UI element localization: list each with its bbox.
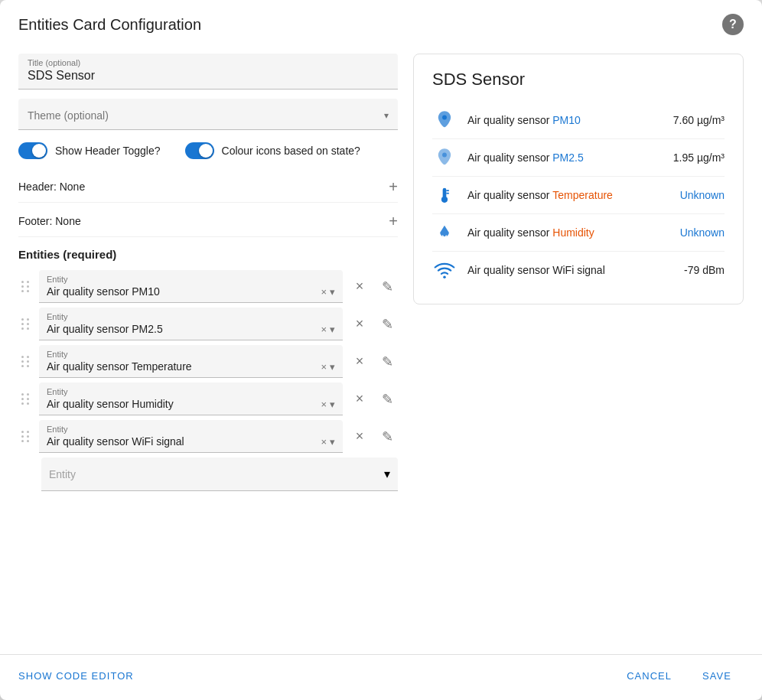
- dialog-title: Entities Card Configuration: [18, 16, 201, 34]
- preview-row-pm10: Air quality sensor PM10 7.60 µg/m³: [432, 102, 725, 139]
- title-input[interactable]: [28, 69, 389, 83]
- entity-clear-icon-1[interactable]: ×: [321, 324, 327, 335]
- preview-label-temp: Air quality sensor Temperature: [467, 189, 653, 201]
- entity-row-3: Entity Air quality sensor Humidity × ▾ ×…: [18, 383, 398, 415]
- svg-point-1: [442, 153, 447, 158]
- entity-chevron-icon-3[interactable]: ▾: [330, 399, 335, 410]
- preview-icon-pm10: [432, 109, 457, 131]
- add-entity-label: Entity: [49, 468, 76, 480]
- header-row: Header: None +: [18, 171, 398, 203]
- entity-clear-icon-0[interactable]: ×: [321, 286, 327, 298]
- preview-value-humidity: Unknown: [663, 226, 725, 239]
- drag-handle-2[interactable]: [18, 353, 33, 370]
- preview-label-wifi: Air quality sensor WiFi signal: [467, 264, 653, 276]
- preview-value-pm10: 7.60 µg/m³: [663, 114, 725, 126]
- entity-remove-btn-3[interactable]: ×: [349, 389, 370, 410]
- preview-icon-wifi: [432, 259, 457, 281]
- header-add-icon[interactable]: +: [389, 179, 398, 194]
- entity-clear-icon-3[interactable]: ×: [321, 399, 327, 410]
- entity-edit-btn-4[interactable]: ✎: [376, 426, 398, 448]
- preview-label-pm10: Air quality sensor PM10: [467, 114, 653, 126]
- left-panel: Title (optional) Theme (optional) ▾ Show…: [18, 54, 401, 648]
- header-label: Header: None: [18, 181, 85, 193]
- entity-row-1: Entity Air quality sensor PM2.5 × ▾ × ✎: [18, 308, 398, 340]
- svg-point-6: [443, 276, 446, 279]
- entity-actions-4: × ✎: [349, 426, 398, 448]
- entity-row-0: Entity Air quality sensor PM10 × ▾ × ✎: [18, 270, 398, 303]
- entity-chevron-icon-1[interactable]: ▾: [330, 324, 335, 335]
- entity-remove-btn-2[interactable]: ×: [349, 351, 370, 373]
- cancel-button[interactable]: CANCEL: [614, 664, 684, 688]
- dialog-body: Title (optional) Theme (optional) ▾ Show…: [0, 44, 762, 648]
- add-entity-row: Entity ▾: [18, 457, 398, 491]
- entity-chevron-icon-0[interactable]: ▾: [330, 286, 335, 298]
- svg-point-0: [442, 116, 447, 120]
- entity-row-2: Entity Air quality sensor Temperature × …: [18, 345, 398, 378]
- entity-field-icons-3: × ▾: [321, 399, 335, 410]
- entities-card-config-dialog: Entities Card Configuration ? Title (opt…: [0, 0, 762, 700]
- preview-label-pm25: Air quality sensor PM2.5: [467, 151, 653, 164]
- entity-field-1: Entity Air quality sensor PM2.5 × ▾: [39, 308, 343, 340]
- dialog-header: Entities Card Configuration ?: [0, 0, 762, 44]
- entity-remove-btn-4[interactable]: ×: [349, 426, 370, 448]
- save-button[interactable]: SAVE: [690, 664, 744, 688]
- preview-value-wifi: -79 dBm: [663, 264, 725, 276]
- entity-actions-0: × ✎: [349, 276, 398, 298]
- entity-field-icons-0: × ▾: [321, 286, 335, 298]
- entity-remove-btn-0[interactable]: ×: [349, 276, 370, 298]
- entity-value-4: Air quality sensor WiFi signal × ▾: [47, 435, 335, 448]
- toggle-header: Show Header Toggle?: [18, 142, 161, 159]
- add-entity-field[interactable]: Entity ▾: [41, 457, 398, 491]
- entity-actions-2: × ✎: [349, 351, 398, 373]
- drag-handle-4[interactable]: [18, 428, 33, 445]
- theme-field[interactable]: Theme (optional) ▾: [18, 99, 398, 130]
- entity-chevron-icon-2[interactable]: ▾: [330, 361, 335, 373]
- entity-actions-3: × ✎: [349, 389, 398, 410]
- preview-card: SDS Sensor Air quality sensor PM10 7.60 …: [413, 54, 744, 304]
- drag-handle-1[interactable]: [18, 315, 33, 333]
- preview-value-temp: Unknown: [663, 189, 725, 201]
- theme-chevron-icon: ▾: [384, 110, 389, 121]
- entity-edit-btn-3[interactable]: ✎: [376, 389, 398, 410]
- footer-add-icon[interactable]: +: [389, 213, 398, 229]
- entity-remove-btn-1[interactable]: ×: [349, 314, 370, 335]
- entity-edit-btn-2[interactable]: ✎: [376, 351, 398, 373]
- entity-edit-btn-1[interactable]: ✎: [376, 314, 398, 335]
- entity-label-2: Entity: [47, 350, 335, 359]
- entity-field-icons-2: × ▾: [321, 361, 335, 373]
- entity-edit-btn-0[interactable]: ✎: [376, 276, 398, 298]
- toggle-header-label: Show Header Toggle?: [55, 145, 161, 157]
- entity-label-0: Entity: [47, 275, 335, 284]
- preview-row-pm25: Air quality sensor PM2.5 1.95 µg/m³: [432, 139, 725, 177]
- entities-heading: Entities (required): [18, 248, 398, 261]
- preview-icon-humidity: [432, 222, 457, 243]
- preview-icon-pm25: [432, 147, 457, 168]
- entity-clear-icon-4[interactable]: ×: [321, 436, 327, 448]
- preview-row-wifi: Air quality sensor WiFi signal -79 dBm: [432, 252, 725, 288]
- entity-field-2: Entity Air quality sensor Temperature × …: [39, 345, 343, 378]
- preview-label-humidity: Air quality sensor Humidity: [467, 226, 653, 239]
- entity-clear-icon-2[interactable]: ×: [321, 361, 327, 373]
- toggle-color-icons-switch[interactable]: [185, 142, 214, 159]
- dialog-footer: SHOW CODE EDITOR CANCEL SAVE: [0, 654, 762, 700]
- drag-handle-3[interactable]: [18, 390, 33, 408]
- entity-actions-1: × ✎: [349, 314, 398, 335]
- entity-field-0: Entity Air quality sensor PM10 × ▾: [39, 270, 343, 303]
- toggle-header-switch[interactable]: [18, 142, 47, 159]
- toggles-row: Show Header Toggle? Colour icons based o…: [18, 139, 398, 162]
- preview-row-temp: Air quality sensor Temperature Unknown: [432, 177, 725, 214]
- entity-row-4: Entity Air quality sensor WiFi signal × …: [18, 420, 398, 453]
- entity-chevron-icon-4[interactable]: ▾: [330, 436, 335, 448]
- entity-label-4: Entity: [47, 425, 335, 434]
- footer-row: Footer: None +: [18, 206, 398, 237]
- show-code-editor-button[interactable]: SHOW CODE EDITOR: [18, 664, 134, 688]
- preview-icon-temp: [432, 184, 457, 206]
- toggle-color-icons: Colour icons based on state?: [185, 142, 360, 159]
- entity-label-3: Entity: [47, 387, 335, 396]
- help-icon[interactable]: ?: [722, 14, 744, 35]
- toggle-color-icons-label: Colour icons based on state?: [222, 145, 360, 157]
- entity-value-0: Air quality sensor PM10 × ▾: [47, 285, 335, 298]
- preview-row-humidity: Air quality sensor Humidity Unknown: [432, 214, 725, 252]
- drag-handle-0[interactable]: [18, 278, 33, 295]
- svg-rect-2: [443, 188, 447, 198]
